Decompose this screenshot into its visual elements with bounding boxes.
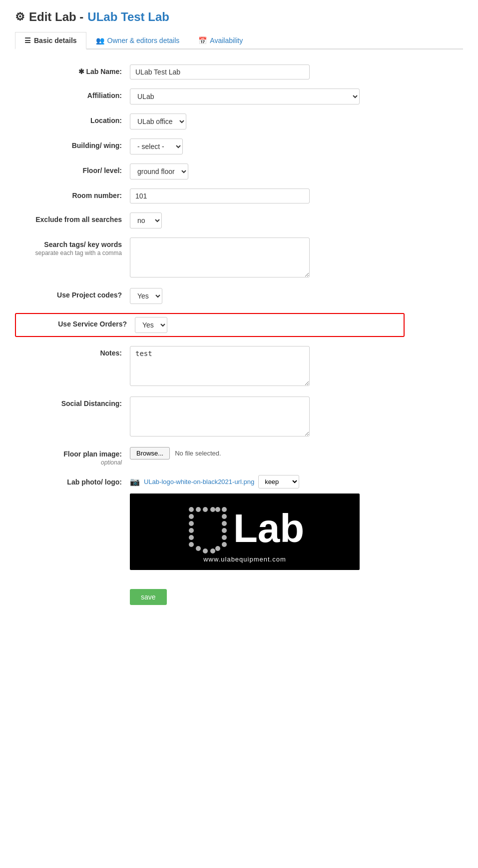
ulab-text: Lab bbox=[233, 508, 304, 548]
svg-point-12 bbox=[196, 546, 201, 551]
affiliation-row: Affiliation: ULab Other bbox=[15, 88, 405, 104]
lab-name-input[interactable] bbox=[130, 64, 310, 80]
building-row: Building/ wing: - select - Building A Bu… bbox=[15, 138, 405, 154]
svg-point-0 bbox=[189, 507, 194, 512]
affiliation-label: Affiliation: bbox=[15, 88, 130, 100]
lab-name-title: ULab Test Lab bbox=[87, 10, 169, 24]
calendar-icon: 📅 bbox=[198, 36, 207, 44]
lab-photo-keep-select[interactable]: keep remove bbox=[258, 475, 299, 488]
project-codes-select[interactable]: Yes No bbox=[130, 288, 162, 304]
tab-basic-details-label: Basic details bbox=[34, 36, 77, 44]
tab-owner-editors-label: Owner & editors details bbox=[107, 36, 180, 44]
location-select[interactable]: ULab office Other bbox=[130, 114, 186, 130]
lab-photo-control: 📷 ULab-logo-white-on-black2021-url.png k… bbox=[130, 475, 405, 570]
location-row: Location: ULab office Other bbox=[15, 114, 405, 130]
exclude-label: Exclude from all searches bbox=[15, 212, 130, 224]
search-tags-textarea[interactable] bbox=[130, 238, 310, 278]
svg-point-9 bbox=[222, 528, 227, 533]
project-codes-row: Use Project codes? Yes No bbox=[15, 288, 405, 304]
form-container: ✱ Lab Name: Affiliation: ULab Other Loca… bbox=[15, 64, 405, 605]
svg-point-11 bbox=[222, 542, 227, 547]
svg-point-14 bbox=[210, 548, 215, 554]
page-title-prefix: Edit Lab - bbox=[29, 10, 83, 24]
ulab-website: www.ulabequipment.com bbox=[203, 556, 286, 563]
svg-point-13 bbox=[203, 548, 208, 554]
service-orders-control: Yes No bbox=[135, 317, 400, 333]
location-label: Location: bbox=[15, 114, 130, 124]
svg-point-15 bbox=[215, 546, 220, 551]
service-orders-select[interactable]: Yes No bbox=[135, 317, 167, 333]
notes-row: Notes: test bbox=[15, 346, 405, 388]
lab-name-row: ✱ Lab Name: bbox=[15, 64, 405, 80]
building-select[interactable]: - select - Building A Building B bbox=[130, 138, 183, 154]
floor-plan-row: Floor plan image: optional Browse... No … bbox=[15, 447, 405, 466]
social-distancing-textarea[interactable] bbox=[130, 396, 310, 436]
search-tags-label: Search tags/ key words separate each tag… bbox=[15, 238, 130, 256]
notes-textarea[interactable]: test bbox=[130, 346, 310, 386]
social-distancing-control bbox=[130, 396, 405, 438]
ulab-logo-area: Lab bbox=[145, 504, 345, 554]
svg-point-2 bbox=[189, 521, 194, 526]
camera-icon: 📷 bbox=[130, 477, 140, 486]
search-tags-sublabel: separate each tag with a comma bbox=[15, 250, 122, 256]
svg-point-3 bbox=[189, 528, 194, 533]
lab-photo-row: Lab photo/ logo: 📷 ULab-logo-white-on-bl… bbox=[15, 475, 405, 570]
social-distancing-label: Social Distancing: bbox=[15, 396, 130, 408]
svg-point-6 bbox=[222, 507, 227, 512]
svg-point-17 bbox=[203, 507, 208, 512]
floor-label: Floor/ level: bbox=[15, 164, 130, 174]
room-number-label: Room number: bbox=[15, 188, 130, 200]
floor-row: Floor/ level: ground floor 1st floor 2nd… bbox=[15, 164, 405, 180]
floor-plan-sublabel: optional bbox=[15, 459, 122, 466]
tab-bar: ☰ Basic details 👥 Owner & editors detail… bbox=[15, 32, 463, 50]
tab-basic-details[interactable]: ☰ Basic details bbox=[15, 32, 86, 50]
room-number-input[interactable] bbox=[130, 188, 310, 204]
lab-photo-file-row: 📷 ULab-logo-white-on-black2021-url.png k… bbox=[130, 475, 405, 488]
floor-select[interactable]: ground floor 1st floor 2nd floor basemen… bbox=[130, 164, 188, 180]
svg-point-5 bbox=[189, 542, 194, 547]
notes-label: Notes: bbox=[15, 346, 130, 357]
lab-photo-preview: Lab www.ulabequipment.com bbox=[130, 494, 360, 570]
page-title-container: ⚙ Edit Lab - ULab Test Lab bbox=[15, 10, 463, 24]
required-star: ✱ bbox=[78, 68, 84, 76]
save-button[interactable]: save bbox=[130, 589, 167, 605]
social-distancing-row: Social Distancing: bbox=[15, 396, 405, 438]
location-control: ULab office Other bbox=[130, 114, 405, 130]
svg-point-10 bbox=[222, 535, 227, 540]
exclude-control: no yes bbox=[130, 212, 405, 228]
room-number-row: Room number: bbox=[15, 188, 405, 204]
floor-plan-control: Browse... No file selected. bbox=[130, 447, 405, 460]
dotted-u-logo bbox=[185, 504, 230, 554]
svg-point-1 bbox=[189, 514, 194, 519]
svg-point-16 bbox=[196, 507, 201, 512]
svg-point-7 bbox=[222, 514, 227, 519]
svg-point-19 bbox=[215, 507, 220, 512]
gear-icon: ⚙ bbox=[15, 10, 25, 24]
service-orders-highlighted: Use Service Orders? Yes No bbox=[15, 313, 405, 337]
floor-control: ground floor 1st floor 2nd floor basemen… bbox=[130, 164, 405, 180]
notes-control: test bbox=[130, 346, 405, 388]
tab-availability-label: Availability bbox=[210, 36, 243, 44]
building-label: Building/ wing: bbox=[15, 138, 130, 150]
tab-owner-editors[interactable]: 👥 Owner & editors details bbox=[86, 32, 189, 48]
floor-plan-label: Floor plan image: optional bbox=[15, 447, 130, 466]
project-codes-label: Use Project codes? bbox=[15, 288, 130, 299]
room-number-control bbox=[130, 188, 405, 204]
svg-point-4 bbox=[189, 535, 194, 540]
affiliation-select[interactable]: ULab Other bbox=[130, 88, 360, 104]
affiliation-control: ULab Other bbox=[130, 88, 405, 104]
lab-photo-filename-link[interactable]: ULab-logo-white-on-black2021-url.png bbox=[144, 478, 254, 486]
service-orders-label: Use Service Orders? bbox=[20, 317, 135, 328]
tab-availability[interactable]: 📅 Availability bbox=[189, 32, 252, 48]
project-codes-control: Yes No bbox=[130, 288, 405, 304]
exclude-row: Exclude from all searches no yes bbox=[15, 212, 405, 228]
lab-name-control bbox=[130, 64, 405, 80]
people-icon: 👥 bbox=[96, 36, 104, 44]
floor-plan-file-row: Browse... No file selected. bbox=[130, 447, 405, 460]
exclude-select[interactable]: no yes bbox=[130, 212, 162, 228]
table-icon: ☰ bbox=[24, 36, 31, 44]
floor-plan-browse-button[interactable]: Browse... bbox=[130, 447, 170, 460]
building-control: - select - Building A Building B bbox=[130, 138, 405, 154]
svg-point-18 bbox=[210, 507, 215, 512]
service-orders-row: Use Service Orders? Yes No bbox=[20, 317, 400, 333]
